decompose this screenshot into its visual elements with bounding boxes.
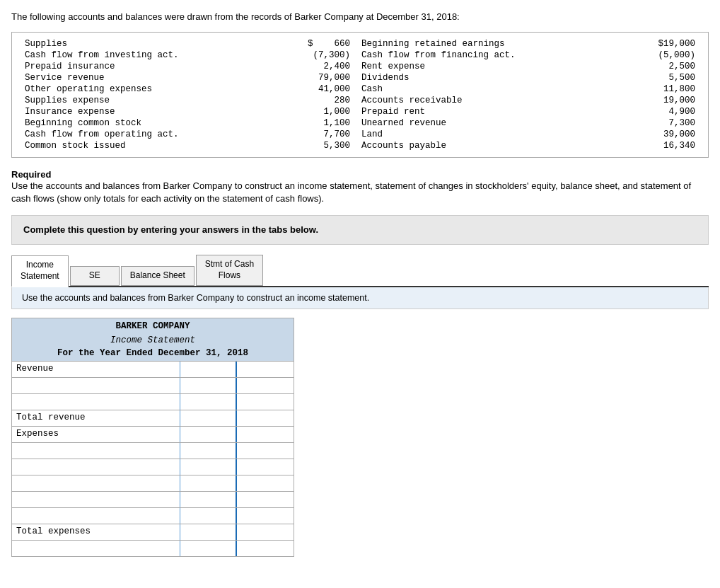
exp-row2-label-input[interactable] xyxy=(16,461,175,471)
exp-row1-col2-input[interactable] xyxy=(237,443,294,459)
account-label2: Unearned revenue xyxy=(354,117,613,129)
exp-row4-label-input[interactable] xyxy=(16,494,175,504)
tab-se[interactable]: SE xyxy=(70,266,120,286)
revenue-row2-col1[interactable] xyxy=(180,394,237,410)
exp-row3-col2-input[interactable] xyxy=(237,475,294,491)
exp-row2-col2[interactable] xyxy=(237,459,294,475)
account-label2: Cash xyxy=(354,83,613,95)
total-revenue-col2-input[interactable] xyxy=(237,410,294,426)
expense-input-row-5[interactable] xyxy=(12,507,294,524)
complete-box-text: Complete this question by entering your … xyxy=(23,224,318,235)
exp-row3-label[interactable] xyxy=(12,475,180,491)
account-val2: 16,340 xyxy=(613,140,699,151)
tab-income-statement[interactable]: IncomeStatement xyxy=(11,255,69,287)
revenue-row1-label-input[interactable] xyxy=(16,380,175,390)
account-label1: Beginning common stock xyxy=(21,117,268,129)
exp-row1-col2[interactable] xyxy=(237,443,294,459)
accounts-row: Common stock issued 5,300 Accounts payab… xyxy=(21,140,699,151)
account-val2: 2,500 xyxy=(613,61,699,72)
required-section: Required Use the accounts and balances f… xyxy=(11,169,709,205)
tab-balance-sheet[interactable]: Balance Sheet xyxy=(121,266,194,286)
total-expenses-label: Total expenses xyxy=(12,524,180,540)
exp-row4-label[interactable] xyxy=(12,492,180,507)
accounts-row: Insurance expense 1,000 Prepaid rent 4,9… xyxy=(21,106,699,117)
expense-input-row-1[interactable] xyxy=(12,442,294,459)
exp-row1-label[interactable] xyxy=(12,443,180,459)
exp-row4-col1[interactable] xyxy=(180,492,237,507)
accounts-row: Cash flow from investing act. (7,300) Ca… xyxy=(21,50,699,61)
exp-row2-col2-input[interactable] xyxy=(237,459,294,475)
net-income-label[interactable] xyxy=(12,541,180,556)
revenue-row1-label[interactable] xyxy=(12,378,180,393)
statement-company-name: BARKER COMPANY xyxy=(12,318,294,334)
revenue-input-row-2[interactable] xyxy=(12,393,294,410)
exp-row1-label-input[interactable] xyxy=(16,445,175,455)
net-income-col2[interactable] xyxy=(237,541,294,556)
exp-row4-col2-input[interactable] xyxy=(237,492,294,507)
net-income-col1-input[interactable] xyxy=(180,541,236,556)
tab-instruction-area: Use the accounts and balances from Barke… xyxy=(11,287,709,309)
exp-row1-col1-input[interactable] xyxy=(180,443,236,459)
exp-row2-col1-input[interactable] xyxy=(180,459,236,475)
total-revenue-col1[interactable] xyxy=(180,410,237,426)
accounts-table-wrapper: Supplies $ 660 Beginning retained earnin… xyxy=(11,32,709,158)
exp-row5-col2-input[interactable] xyxy=(237,508,294,524)
tab-stmt-cash-flows[interactable]: Stmt of CashFlows xyxy=(196,255,263,285)
exp-row5-label-input[interactable] xyxy=(16,510,175,520)
exp-row2-label[interactable] xyxy=(12,459,180,475)
account-label1: Service revenue xyxy=(21,72,268,83)
net-income-col2-input[interactable] xyxy=(237,541,294,556)
revenue-row1-col1-input[interactable] xyxy=(180,378,236,393)
net-income-col1[interactable] xyxy=(180,541,237,556)
revenue-row2-label[interactable] xyxy=(12,394,180,410)
expenses-col2-empty xyxy=(237,427,294,442)
revenue-row1-col2-input[interactable] xyxy=(237,378,294,393)
account-label2: Beginning retained earnings xyxy=(354,38,613,50)
exp-row2-col1[interactable] xyxy=(180,459,237,475)
exp-row5-col1-input[interactable] xyxy=(180,508,236,524)
account-label2: Accounts payable xyxy=(354,140,613,151)
account-val2: 4,900 xyxy=(613,106,699,117)
revenue-input-row-1[interactable] xyxy=(12,377,294,393)
account-val2: $19,000 xyxy=(613,38,699,50)
account-label2: Rent expense xyxy=(354,61,613,72)
exp-row3-col1-input[interactable] xyxy=(180,475,236,491)
exp-row4-col1-input[interactable] xyxy=(180,492,236,507)
exp-row5-col1[interactable] xyxy=(180,508,237,524)
expense-input-row-3[interactable] xyxy=(12,475,294,491)
exp-row5-label[interactable] xyxy=(12,508,180,524)
total-revenue-col1-input[interactable] xyxy=(180,410,236,426)
net-income-label-input[interactable] xyxy=(16,543,175,553)
account-label2: Land xyxy=(354,129,613,140)
total-revenue-row[interactable]: Total revenue xyxy=(12,410,294,426)
statement-period: For the Year Ended December 31, 2018 xyxy=(12,347,294,361)
revenue-row2-col2[interactable] xyxy=(237,394,294,410)
exp-row4-col2[interactable] xyxy=(237,492,294,507)
accounts-row: Supplies expense 280 Accounts receivable… xyxy=(21,95,699,106)
revenue-row1-col2[interactable] xyxy=(237,378,294,393)
revenue-row2-label-input[interactable] xyxy=(16,396,175,406)
exp-row3-col2[interactable] xyxy=(237,475,294,491)
revenue-row1-col1[interactable] xyxy=(180,378,237,393)
total-expenses-col2[interactable] xyxy=(237,524,294,540)
account-label1: Supplies expense xyxy=(21,95,268,106)
total-revenue-col2[interactable] xyxy=(237,410,294,426)
total-expenses-col1[interactable] xyxy=(180,524,237,540)
net-income-row[interactable] xyxy=(12,540,294,556)
account-label1: Cash flow from investing act. xyxy=(21,50,268,61)
exp-row5-col2[interactable] xyxy=(237,508,294,524)
total-expenses-row[interactable]: Total expenses xyxy=(12,524,294,540)
account-val2: 19,000 xyxy=(613,95,699,106)
total-expenses-col1-input[interactable] xyxy=(180,524,236,540)
revenue-row2-col2-input[interactable] xyxy=(237,394,294,410)
total-expenses-col2-input[interactable] xyxy=(237,524,294,540)
required-body: Use the accounts and balances from Barke… xyxy=(11,180,709,205)
exp-row1-col1[interactable] xyxy=(180,443,237,459)
account-val1: $ 660 xyxy=(268,38,354,50)
expense-input-row-4[interactable] xyxy=(12,491,294,507)
expense-input-row-2[interactable] xyxy=(12,459,294,475)
revenue-row2-col1-input[interactable] xyxy=(180,394,236,410)
exp-row3-col1[interactable] xyxy=(180,475,237,491)
exp-row3-label-input[interactable] xyxy=(16,478,175,488)
account-val1: 1,000 xyxy=(268,106,354,117)
